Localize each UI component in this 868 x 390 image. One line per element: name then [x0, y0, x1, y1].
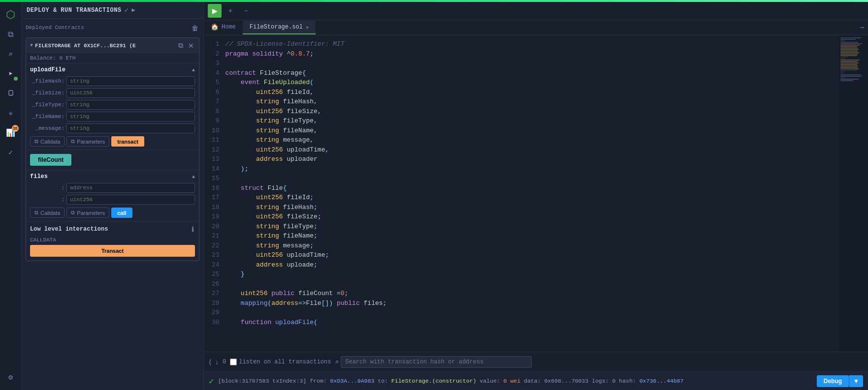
listen-label: listen on all transactions [239, 359, 331, 365]
tab-home-label: Home [222, 24, 236, 30]
uploadfile-parameters-button[interactable]: ⧉ Parameters [66, 136, 109, 147]
files-index-label: : [30, 197, 64, 203]
sidebar-item-analysis[interactable]: ✳ [2, 104, 20, 122]
filename-input[interactable] [66, 112, 195, 121]
files-index-input[interactable] [66, 195, 195, 205]
contract-header-icons: ⧉ ✕ [177, 40, 195, 51]
search-input[interactable] [341, 356, 532, 368]
message-label: _message: [30, 125, 64, 131]
zoom-in-button[interactable]: ＋ [224, 4, 237, 18]
files-name: files [30, 173, 48, 180]
contract-name-text: FILESTORAGE AT 0X1CF...BC291 (E [35, 43, 136, 49]
filesize-label: _fileSize: [30, 90, 64, 96]
plugin-panel: DEPLOY & RUN TRANSACTIONS ✓ ▶ Deployed C… [22, 2, 204, 390]
panel-content: Deployed Contracts 🗑 ▼ FILESTORAGE AT 0X… [22, 19, 203, 390]
code-content: // SPDX-License-Identifier: MIT pragma s… [224, 35, 838, 352]
uploadfile-collapse-icon[interactable]: ▲ [192, 67, 195, 73]
sidebar-item-debug[interactable] [2, 85, 20, 102]
panel-title-text: DEPLOY & RUN TRANSACTIONS [27, 7, 122, 14]
files-address-label: : [30, 185, 64, 191]
filename-label: _fileName: [30, 114, 64, 120]
files-index-param-row: : [30, 195, 195, 205]
zoom-out-button[interactable]: － [239, 4, 253, 18]
files-parameters-icon: ⧉ [71, 210, 75, 216]
files-parameters-button[interactable]: ⧉ Parameters [66, 208, 109, 218]
minimap-content [838, 35, 868, 84]
sidebar-item-deploy[interactable]: ➤ [2, 65, 20, 83]
panel-header: DEPLOY & RUN TRANSACTIONS ✓ ▶ [22, 2, 203, 19]
code-editor[interactable]: 12345 678910 1112131415 1617181920 21222… [204, 35, 838, 352]
tab-home[interactable]: 🏠 Home [204, 20, 243, 35]
panel-arrow-icon: ▶ [131, 6, 135, 14]
debug-expand-button[interactable]: ▼ [849, 375, 863, 387]
contract-block: ▼ FILESTORAGE AT 0X1CF...BC291 (E ⧉ ✕ Ba… [26, 37, 199, 261]
main-layout: ⬡ ⧉ ⌕ ➤ ✳ 📊 38 ✓ ⚙ [0, 2, 868, 390]
contract-header: ▼ FILESTORAGE AT 0X1CF...BC291 (E ⧉ ✕ [26, 38, 199, 53]
sidebar-item-files[interactable]: ⧉ [2, 26, 20, 43]
files-actions: ⧉ Calldata ⧉ Parameters call [30, 208, 195, 218]
filecount-block: fileCount [26, 150, 199, 170]
low-level-title: Low level interactions [30, 226, 108, 233]
parameters-icon: ⧉ [71, 138, 75, 145]
tab-filestorage-label: FileStorage.sol [250, 24, 303, 30]
balance-text: Balance: 0 ETH [30, 55, 75, 61]
tab-close-icon[interactable]: ✕ [306, 24, 309, 30]
debug-button-group: Debug ▼ [817, 375, 863, 387]
debug-button[interactable]: Debug [817, 375, 849, 387]
uploadfile-calldata-button[interactable]: ⧉ Calldata [30, 136, 64, 147]
line-numbers: 12345 678910 1112131415 1617181920 21222… [204, 35, 224, 352]
low-level-transact-button[interactable]: Transact [30, 245, 195, 257]
filesize-input[interactable] [66, 88, 195, 98]
status-bar: ✓ [block:31787583 txIndex:3] from: 0xD3A… [204, 371, 868, 390]
uploadfile-actions: ⧉ Calldata ⧉ Parameters transact [30, 136, 195, 147]
home-icon: 🏠 [211, 23, 219, 31]
uploadfile-header: uploadFile ▲ [30, 66, 195, 73]
files-address-param-row: : [30, 183, 195, 193]
tab-expand-button[interactable]: ⋯ [856, 22, 868, 33]
editor-tabs: 🏠 Home FileStorage.sol ✕ ⋯ [204, 20, 868, 35]
sidebar-item-settings[interactable]: ⚙ [2, 368, 20, 386]
balance-row: Balance: 0 ETH [26, 53, 199, 63]
contract-chevron-icon: ▼ [30, 43, 33, 48]
low-level-info-button[interactable]: ℹ [191, 224, 195, 234]
tab-filestorage[interactable]: FileStorage.sol ✕ [243, 21, 316, 34]
sidebar-item-check[interactable]: ✓ [2, 144, 20, 161]
message-input[interactable] [66, 123, 195, 133]
sidebar-item-chart[interactable]: 📊 38 [2, 124, 20, 142]
console-scroll-down-button[interactable]: ↓ [215, 358, 219, 366]
files-calldata-icon: ⧉ [34, 210, 38, 216]
transact-button[interactable]: transact [111, 136, 144, 147]
call-button[interactable]: call [111, 208, 132, 218]
filetype-input[interactable] [66, 100, 195, 110]
console-scroll-left-button[interactable]: ⟨ [209, 358, 211, 366]
uploadfile-block: uploadFile ▲ _fileHash: _fileSize: _file… [26, 63, 199, 150]
calldata-icon: ⧉ [34, 138, 38, 145]
listen-check-container: listen on all transactions [230, 359, 331, 365]
deployed-label: Deployed Contracts [26, 23, 84, 31]
uploadfile-name: uploadFile [30, 66, 65, 73]
minimap [838, 35, 868, 352]
filecount-button[interactable]: fileCount [30, 154, 71, 166]
files-block: files ▲ : : ⧉ Calldata [26, 170, 199, 221]
files-collapse-icon[interactable]: ▲ [192, 174, 195, 180]
files-parameters-label: Parameters [77, 210, 105, 216]
files-calldata-button[interactable]: ⧉ Calldata [30, 208, 64, 218]
filehash-param-row: _fileHash: [30, 76, 195, 86]
trash-button[interactable]: 🗑 [191, 23, 199, 33]
sidebar-item-search[interactable]: ⌕ [2, 45, 20, 63]
contract-copy-button[interactable]: ⧉ [177, 40, 184, 51]
uploadfile-parameters-label: Parameters [77, 139, 105, 145]
run-button[interactable]: ▶ [208, 4, 222, 18]
svg-point-1 [10, 94, 11, 95]
files-address-input[interactable] [66, 183, 195, 193]
console-count: 0 [223, 359, 226, 365]
filehash-input[interactable] [66, 76, 195, 86]
files-header: files ▲ [30, 173, 195, 180]
search-container: ⌕ [335, 356, 532, 368]
filetype-param-row: _fileType: [30, 100, 195, 110]
deployed-contracts-header: Deployed Contracts 🗑 [26, 23, 199, 33]
listen-checkbox[interactable] [230, 359, 237, 365]
files-calldata-label: Calldata [40, 210, 60, 216]
filesize-param-row: _fileSize: [30, 88, 195, 98]
contract-close-button[interactable]: ✕ [187, 40, 195, 51]
